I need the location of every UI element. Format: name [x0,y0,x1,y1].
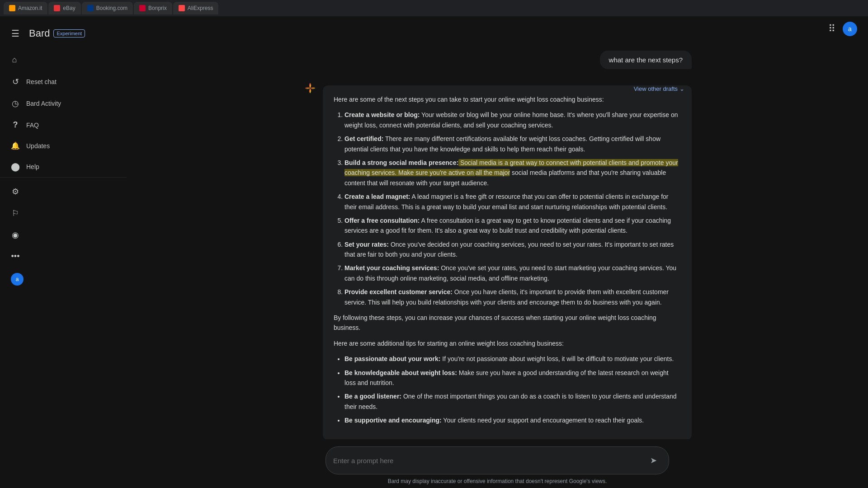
app-container: ☰ Bard Experiment ⌂ [0,16,868,488]
chat-scroll-area[interactable]: what are the next steps? [127,42,868,488]
list-item-1: Create a website or blog: Your website o… [344,110,681,130]
user-avatar[interactable]: a [11,273,24,286]
user-message-text: what are the next steps? [600,51,692,69]
bonprix-favicon [139,5,146,11]
bard-logo-text: Bard [29,28,50,39]
list-item-2: Get certified: There are many different … [344,134,681,154]
sidebar-item-help[interactable]: ⬤ Help [4,156,123,177]
help-icon: ⬤ [11,162,20,172]
experiment-badge: Experiment [53,29,85,38]
send-icon: ➤ [650,455,657,465]
chevron-down-icon: ⌄ [679,85,684,92]
bullet-item-4-bold: Be supportive and encouraging: [344,417,442,424]
sidebar-item-dark-mode[interactable]: ◉ [4,225,123,245]
sidebar-item-reset-chat[interactable]: ↺ Reset chat [4,71,123,92]
list-item-7: Market your coaching services: Once you'… [344,263,681,283]
faq-icon: ? [11,120,20,130]
menu-button[interactable]: ☰ [7,25,24,42]
list-item-7-bold: Market your coaching services: [344,264,439,272]
bullet-item-4-text: Your clients need your support and encou… [442,417,644,424]
list-item-3-bold: Build a strong social media presence: [344,159,458,166]
list-item-5-bold: Offer a free consultation: [344,217,420,224]
bard-response: View other drafts ⌄ Here are some of the… [303,80,692,440]
prompt-input[interactable] [333,457,642,465]
settings-icon: ⚙ [11,187,20,197]
sidebar-item-bard-activity-label: Bard Activity [26,100,61,107]
more-icon: ••• [11,252,20,261]
send-button[interactable]: ➤ [645,452,661,469]
updates-icon: 🔔 [11,141,20,150]
list-item-2-bold: Get certified: [344,135,383,142]
list-item-3: Build a strong social media presence: So… [344,158,681,188]
bard-bullet-list: Be passionate about your work: If you're… [334,354,681,425]
list-item-6-text: Once you've decided on your coaching ser… [344,241,674,258]
view-other-drafts-button[interactable]: View other drafts ⌄ [634,85,684,92]
list-item-6: Set your rates: Once you've decided on y… [344,239,681,260]
view-drafts-label: View other drafts [634,85,678,92]
chat-bubble-container: what are the next steps? [303,51,692,447]
bullet-item-4: Be supportive and encouraging: Your clie… [344,415,681,425]
list-item-8: Provide excellent customer service: Once… [344,287,681,307]
ebay-favicon [54,5,60,11]
user-message: what are the next steps? [303,51,692,69]
list-item-8-bold: Provide excellent customer service: [344,288,453,296]
bard-response-list: Create a website or blog: Your website o… [334,110,681,307]
list-item-6-bold: Set your rates: [344,241,389,248]
bard-response-followup: By following these steps, you can increa… [334,313,681,333]
bullet-item-3-bold: Be a good listener: [344,393,401,400]
sidebar-item-help-label: Help [26,163,39,170]
user-avatar-header[interactable]: a [843,22,857,36]
tab-booking-label: Booking.com [96,5,127,11]
menu-icon: ☰ [11,28,19,39]
tab-amazon-label: Amazon.it [18,5,42,11]
bullet-item-2-bold: Be knowledgeable about weight loss: [344,369,457,376]
list-item-4: Create a lead magnet: A lead magnet is a… [344,192,681,212]
sidebar-item-updates-label: Updates [26,142,50,150]
tab-ebay[interactable]: eBay [48,2,80,14]
list-item-3-text-highlighted2: all the major [476,169,510,176]
bard-tips-intro: Here are some additional tips for starti… [334,338,681,348]
tab-booking[interactable]: Booking.com [82,2,133,14]
sidebar-item-flag[interactable]: ⚐ [4,203,123,224]
bard-response-intro: Here are some of the next steps you can … [334,94,681,104]
apps-icon[interactable]: ⠿ [828,23,835,35]
sidebar-item-updates[interactable]: 🔔 Updates [4,136,123,155]
browser-tabs-bar: Amazon.it eBay Booking.com Bonprix AliEx… [0,0,868,16]
tab-ebay-label: eBay [63,5,75,11]
tab-aliexpress-label: AliExpress [188,5,213,11]
sidebar-item-bard-activity[interactable]: ◷ Bard Activity [4,93,123,114]
flag-icon: ⚐ [11,208,20,218]
tab-amazon[interactable]: Amazon.it [4,2,47,14]
list-item-5: Offer a free consultation: A free consul… [344,216,681,236]
list-item-2-text: There are many different certifications … [344,135,660,152]
bullet-item-1-text: If you're not passionate about weight lo… [440,355,674,362]
bullet-item-1-bold: Be passionate about your work: [344,355,440,362]
input-box: ➤ [326,446,669,474]
bullet-item-1: Be passionate about your work: If you're… [344,354,681,364]
input-disclaimer: Bard may display inaccurate or offensive… [388,478,607,484]
chat-area: ⠿ a what are the next steps? [127,16,868,488]
bard-activity-icon: ◷ [11,99,20,108]
list-item-4-bold: Create a lead magnet: [344,193,410,200]
sidebar-item-settings[interactable]: ⚙ [4,181,123,202]
tab-bonprix[interactable]: Bonprix [134,2,172,14]
sidebar-item-account[interactable]: a [4,267,123,291]
reset-chat-icon: ↺ [11,77,20,87]
bullet-item-2: Be knowledgeable about weight loss: Make… [344,368,681,388]
tab-aliexpress[interactable]: AliExpress [173,2,219,14]
tab-bonprix-label: Bonprix [148,5,167,11]
sidebar-item-faq-label: FAQ [26,122,39,129]
header-right: ⠿ a [828,22,857,36]
home-icon-btn[interactable]: ⌂ [4,49,25,70]
list-item-1-bold: Create a website or blog: [344,111,420,118]
aliexpress-favicon [179,5,185,11]
input-area: ➤ Bard may display inaccurate or offensi… [127,439,868,488]
bard-response-icon [303,81,317,95]
booking-favicon [87,5,94,11]
sidebar-item-more[interactable]: ••• [4,246,123,267]
chat-header: ⠿ a [127,16,868,42]
sidebar-item-faq[interactable]: ? FAQ [4,115,123,135]
bullet-item-3: Be a good listener: One of the most impo… [344,391,681,412]
left-sidebar: ☰ Bard Experiment ⌂ [0,16,127,488]
sidebar-item-reset-chat-label: Reset chat [26,78,57,85]
